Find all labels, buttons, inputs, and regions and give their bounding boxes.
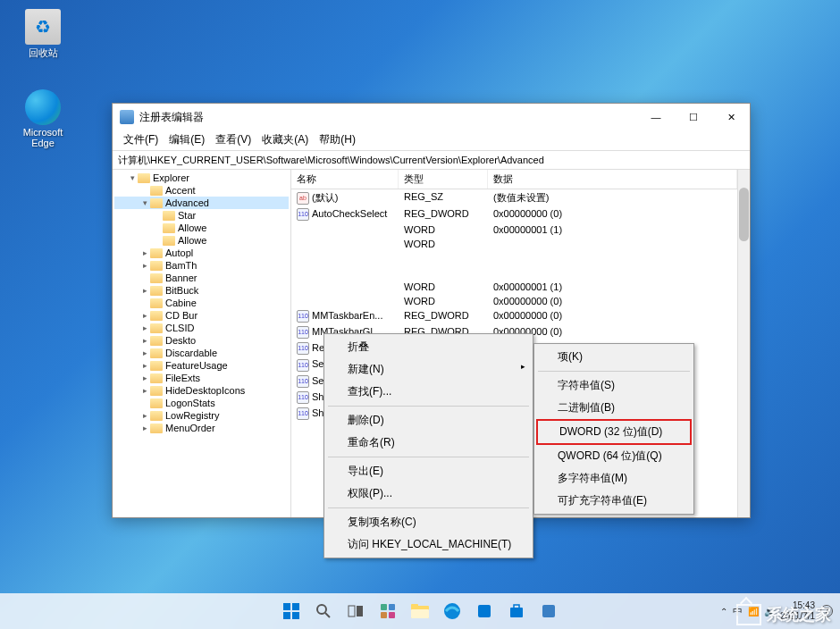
tree-item-label: Autopl [165, 247, 193, 258]
tree-item[interactable]: Accent [114, 184, 289, 197]
tree-chevron-icon[interactable]: ▸ [139, 424, 150, 432]
svg-rect-16 [478, 605, 491, 617]
address-bar[interactable]: 计算机\HKEY_CURRENT_USER\Software\Microsoft… [113, 150, 750, 170]
tree-item[interactable]: LogonStats [114, 397, 289, 409]
list-row[interactable]: WORD0x00000001 (1) [291, 222, 737, 237]
regedit-taskbar-button[interactable] [534, 597, 563, 625]
tree-chevron-icon[interactable]: ▸ [139, 348, 150, 357]
titlebar[interactable]: 注册表编辑器 — ☐ ✕ [113, 104, 750, 130]
tree-item[interactable]: Star [114, 209, 289, 222]
tree-item[interactable]: ▸CD Bur [114, 309, 289, 322]
settings-button[interactable] [470, 597, 499, 625]
ctx-new-expand-string[interactable]: 可扩充字符串值(E) [536, 490, 692, 512]
close-button[interactable]: ✕ [712, 104, 750, 130]
ctx-new-multi-string[interactable]: 多字符串值(M) [536, 467, 692, 490]
tree-item[interactable]: Allowe [114, 222, 289, 234]
tree-item[interactable]: ▸HideDesktopIcons [114, 384, 289, 397]
col-data-header[interactable]: 数据 [488, 170, 737, 189]
col-name-header[interactable]: 名称 [291, 170, 399, 189]
tree-chevron-icon[interactable]: ▾ [127, 173, 138, 182]
list-row[interactable]: WORD0x00000001 (1) [291, 280, 737, 294]
tree-item[interactable]: Allowe [114, 234, 289, 247]
ctx-permissions[interactable]: 权限(P)... [326, 482, 531, 505]
svg-rect-8 [381, 604, 387, 610]
list-row[interactable]: ab(默认)REG_SZ(数值未设置) [291, 189, 737, 206]
tree-chevron-icon[interactable]: ▾ [139, 198, 150, 207]
tree-item[interactable]: ▸Deskto [114, 334, 289, 347]
search-button[interactable] [309, 597, 338, 625]
tree-chevron-icon[interactable]: ▸ [139, 248, 150, 257]
list-scrollbar[interactable] [737, 170, 750, 517]
ctx-rename[interactable]: 重命名(R) [326, 432, 531, 454]
start-button[interactable] [277, 597, 306, 625]
svg-rect-1 [292, 603, 299, 610]
list-row[interactable]: 110AutoCheckSelectREG_DWORD0x00000000 (0… [291, 206, 737, 222]
svg-point-4 [317, 605, 326, 614]
store-button[interactable] [502, 597, 531, 625]
list-row[interactable]: WORD [291, 237, 737, 251]
tree-item[interactable]: ▸FileExts [114, 372, 289, 384]
tree-chevron-icon[interactable]: ▸ [139, 261, 150, 270]
tree-item-label: BitBuck [165, 285, 198, 296]
recycle-bin-desktop-icon[interactable]: 回收站 [16, 9, 70, 60]
ctx-find[interactable]: 查找(F)... [326, 381, 531, 403]
taskview-button[interactable] [341, 597, 370, 625]
ctx-new-qword[interactable]: QWORD (64 位)值(Q) [536, 445, 692, 467]
tray-chevron-icon[interactable]: ⌃ [720, 607, 727, 616]
tree-chevron-icon[interactable]: ▸ [139, 411, 150, 420]
tree-item[interactable]: ▸FeatureUsage [114, 359, 289, 372]
tree-chevron-icon[interactable]: ▸ [139, 311, 150, 320]
menu-favorites[interactable]: 收藏夹(A) [256, 130, 314, 150]
tree-item[interactable]: ▸CLSID [114, 322, 289, 334]
tray-network-icon[interactable]: 📶 [748, 607, 759, 616]
value-data: 0x00000000 (0) [488, 309, 737, 323]
tree-item[interactable]: ▸MenuOrder [114, 422, 289, 434]
ctx-new-string[interactable]: 字符串值(S) [536, 374, 692, 397]
value-type: WORD [399, 238, 488, 250]
tree-pane[interactable]: ▾ExplorerAccent▾AdvancedStarAlloweAllowe… [113, 170, 291, 517]
menu-help[interactable]: 帮助(H) [314, 130, 361, 150]
tree-chevron-icon[interactable]: ▸ [139, 336, 150, 345]
tree-item[interactable]: ▾Explorer [114, 172, 289, 184]
menu-view[interactable]: 查看(V) [210, 130, 256, 150]
maximize-button[interactable]: ☐ [675, 104, 712, 130]
taskbar-clock[interactable]: 15:43 2021/7/1 [780, 600, 815, 622]
col-type-header[interactable]: 类型 [399, 170, 488, 189]
explorer-button[interactable] [406, 597, 434, 625]
tray-ime-icon[interactable]: 中 [733, 605, 743, 618]
tray-volume-icon[interactable]: 🔊 [764, 607, 775, 616]
list-row[interactable]: WORD0x00000000 (0) [291, 294, 737, 308]
tree-item[interactable]: Cabine [114, 297, 289, 309]
widgets-button[interactable] [374, 597, 402, 625]
tree-chevron-icon[interactable]: ▸ [139, 373, 150, 382]
tree-item[interactable]: ▾Advanced [114, 197, 289, 209]
ctx-delete[interactable]: 删除(D) [326, 409, 531, 432]
ctx-new-key[interactable]: 项(K) [536, 346, 692, 368]
tree-item[interactable]: ▸LowRegistry [114, 409, 289, 422]
ctx-copy-key-name[interactable]: 复制项名称(C) [326, 511, 531, 533]
tree-item[interactable]: ▸BitBuck [114, 284, 289, 297]
tree-item[interactable]: ▸Autopl [114, 247, 289, 259]
tree-item[interactable]: ▸BamTh [114, 259, 289, 272]
ctx-new-binary[interactable]: 二进制值(B) [536, 397, 692, 419]
tree-chevron-icon[interactable]: ▸ [139, 386, 150, 395]
tree-chevron-icon[interactable]: ▸ [139, 323, 150, 332]
edge-taskbar-button[interactable] [438, 597, 466, 625]
ctx-goto-hklm[interactable]: 访问 HKEY_LOCAL_MACHINE(T) [326, 533, 531, 556]
tree-item[interactable]: Banner [114, 272, 289, 284]
tree-chevron-icon[interactable]: ▸ [139, 286, 150, 295]
menu-file[interactable]: 文件(F) [118, 130, 164, 150]
ctx-new[interactable]: 新建(N) [326, 358, 531, 381]
tray-notification-icon[interactable]: 7 [820, 605, 833, 617]
tree-chevron-icon[interactable]: ▸ [139, 361, 150, 370]
tree-item-label: Discardable [165, 348, 217, 358]
ctx-collapse[interactable]: 折叠 [326, 336, 531, 358]
edge-desktop-icon[interactable]: Microsoft Edge [16, 89, 70, 148]
ctx-new-dword[interactable]: DWORD (32 位)值(D) [536, 419, 692, 445]
value-data: 0x00000001 (1) [488, 223, 737, 236]
ctx-export[interactable]: 导出(E) [326, 460, 531, 482]
minimize-button[interactable]: — [637, 104, 675, 130]
list-row[interactable]: 110MMTaskbarEn...REG_DWORD0x00000000 (0) [291, 308, 737, 324]
menu-edit[interactable]: 编辑(E) [164, 130, 210, 150]
tree-item[interactable]: ▸Discardable [114, 347, 289, 359]
